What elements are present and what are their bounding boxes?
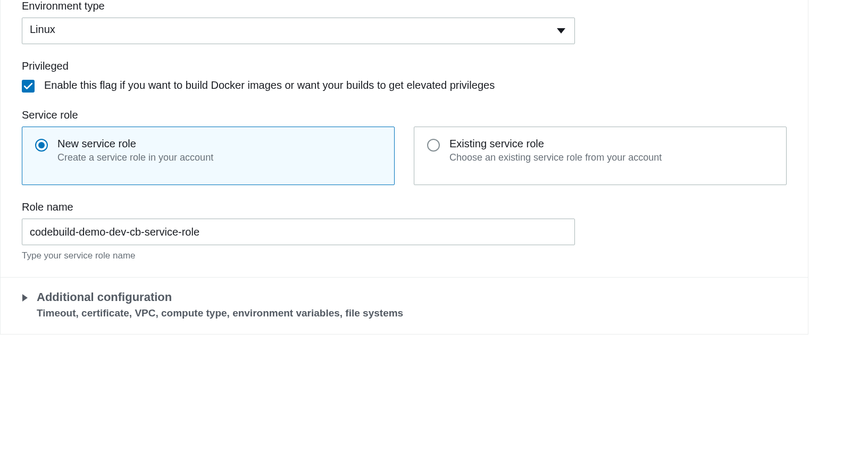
additional-configuration-toggle[interactable]: Additional configuration Timeout, certif…: [22, 278, 787, 334]
additional-config-title: Additional configuration: [37, 290, 403, 304]
svg-marker-1: [22, 294, 28, 302]
privileged-checkbox[interactable]: [22, 80, 35, 93]
role-name-input[interactable]: [22, 219, 575, 245]
service-role-group: Service role New service role Create a s…: [22, 109, 787, 185]
radio-new-service-role[interactable]: New service role Create a service role i…: [22, 127, 395, 185]
radio-dot-icon: [38, 142, 45, 148]
role-name-group: Role name Type your service role name: [22, 201, 787, 261]
privileged-checkbox-label: Enable this flag if you want to build Do…: [44, 78, 495, 93]
radio-indicator: [427, 139, 440, 152]
privileged-checkbox-row: Enable this flag if you want to build Do…: [22, 78, 554, 93]
caret-right-icon: [22, 294, 28, 304]
environment-type-label: Environment type: [22, 0, 787, 12]
radio-text: Existing service role Choose an existing…: [449, 138, 773, 163]
environment-type-group: Environment type Linux: [22, 0, 787, 44]
form-container: Environment type Linux Privileged Enable…: [0, 0, 808, 335]
radio-title: Existing service role: [449, 138, 773, 150]
role-name-label: Role name: [22, 201, 787, 213]
role-name-helper: Type your service role name: [22, 250, 787, 261]
radio-title: New service role: [57, 138, 381, 150]
service-role-radio-group: New service role Create a service role i…: [22, 127, 787, 185]
service-role-label: Service role: [22, 109, 787, 121]
additional-config-text: Additional configuration Timeout, certif…: [37, 290, 403, 319]
privileged-label: Privileged: [22, 60, 787, 72]
additional-config-description: Timeout, certificate, VPC, compute type,…: [37, 307, 403, 319]
radio-description: Create a service role in your account: [57, 152, 381, 163]
radio-text: New service role Create a service role i…: [57, 138, 381, 163]
environment-type-select-wrapper: Linux: [22, 18, 575, 44]
privileged-group: Privileged Enable this flag if you want …: [22, 60, 787, 93]
environment-type-select[interactable]: Linux: [22, 18, 575, 44]
check-icon: [24, 82, 32, 90]
radio-existing-service-role[interactable]: Existing service role Choose an existing…: [414, 127, 787, 185]
radio-indicator: [35, 139, 48, 152]
radio-description: Choose an existing service role from you…: [449, 152, 773, 163]
